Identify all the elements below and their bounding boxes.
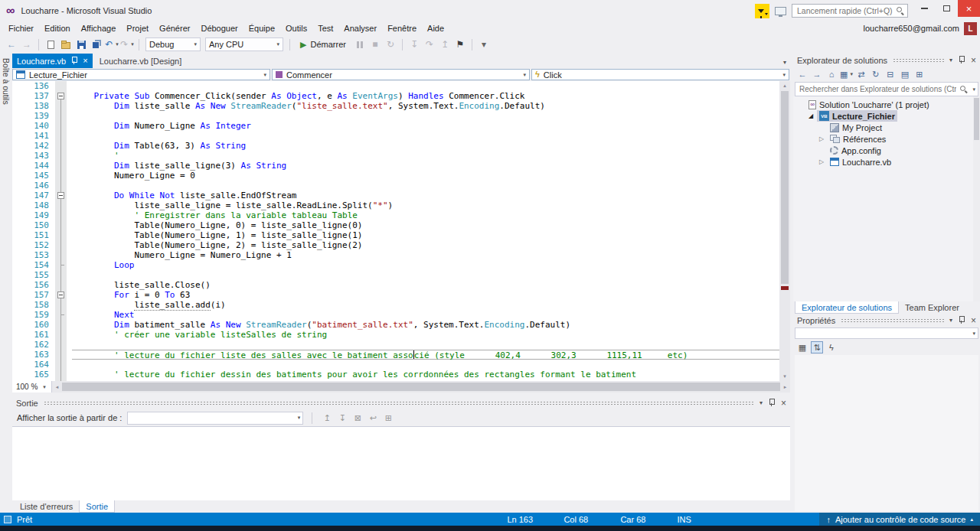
code-line-155[interactable] <box>72 270 779 280</box>
properties-object-dropdown[interactable]: ▾ <box>795 327 978 339</box>
code-line-147[interactable]: Do While Not liste_salle.EndOfStream <box>72 191 779 200</box>
close-icon[interactable]: × <box>971 316 976 325</box>
tab-loucharre-vb[interactable]: Loucharre.vb × <box>12 54 93 68</box>
menu-test[interactable]: Test <box>312 24 338 33</box>
debug-target-combo[interactable]: Debug▾ <box>145 37 201 51</box>
code-line-160[interactable]: Dim batiment_salle As New StreamReader("… <box>72 320 779 330</box>
code-line-152[interactable]: Table(Numero_Ligne, 2) = liste_salle_lig… <box>72 240 779 250</box>
forward-icon[interactable]: → <box>811 70 823 79</box>
tab-liste-derreurs[interactable]: Liste d'erreurs <box>14 500 79 513</box>
window-position-icon[interactable]: ▾ <box>949 317 952 324</box>
code-line-138[interactable]: Dim liste_salle As New StreamReader("lis… <box>72 101 779 111</box>
solution-search-input[interactable] <box>798 84 958 94</box>
dock-icon[interactable]: ⊞ <box>382 413 394 423</box>
fold-collapse-button[interactable] <box>57 192 64 199</box>
expander-icon[interactable]: ▷ <box>818 135 825 142</box>
code-line-140[interactable]: Dim Numero_Ligne As Integer <box>72 121 779 131</box>
stop-icon[interactable]: ■ <box>368 37 382 51</box>
properties-icon[interactable]: ⊞ <box>913 70 926 80</box>
word-wrap-icon[interactable]: ↩ <box>367 413 379 423</box>
close-icon[interactable]: × <box>83 57 87 65</box>
code-line-136[interactable] <box>72 81 779 91</box>
window-position-icon[interactable]: ▾ <box>949 57 952 64</box>
code-line-156[interactable]: liste_salle.Close() <box>72 280 779 290</box>
alphabetical-icon[interactable]: ⇅ <box>811 341 823 353</box>
tree-scrollbar[interactable] <box>973 96 980 301</box>
drag-grip[interactable] <box>893 58 944 62</box>
new-file-icon[interactable] <box>44 37 57 51</box>
step-into-icon[interactable]: ↧ <box>407 37 421 51</box>
undo-icon[interactable]: ↶▾ <box>105 37 119 51</box>
menu-aide[interactable]: Aide <box>422 24 449 33</box>
account-email[interactable]: loucharre650@gmail.com <box>863 24 959 33</box>
code-line-154[interactable]: Loop <box>72 260 779 270</box>
tab-explorateur-de-solutions[interactable]: Explorateur de solutions <box>795 301 899 314</box>
code-line-148[interactable]: liste_salle_ligne = liste_salle.ReadLine… <box>72 200 779 210</box>
close-icon[interactable]: × <box>781 399 786 408</box>
code-line-141[interactable] <box>72 131 779 141</box>
filter-icon[interactable] <box>755 4 769 18</box>
home-icon[interactable]: ⌂ <box>825 70 838 79</box>
scroll-down-icon[interactable]: ▾ <box>779 372 790 381</box>
break-all-icon[interactable] <box>353 37 367 51</box>
code-line-142[interactable]: Dim Table(63, 3) As String <box>72 141 779 151</box>
switch-views-icon[interactable]: ▦▾ <box>840 70 853 80</box>
menu-equipe[interactable]: Équipe <box>243 24 280 33</box>
add-to-source-control-button[interactable]: ↑ Ajouter au contrôle de code source ▴ <box>819 513 980 526</box>
tree-item-solution-loucharre-1-projet[interactable]: Solution 'Loucharre' (1 projet) <box>793 99 972 110</box>
outlining-margin[interactable] <box>55 81 67 381</box>
scrollbar-thumb[interactable] <box>974 98 979 140</box>
start-button[interactable]: ▶Démarrer <box>295 37 351 52</box>
code-line-143[interactable]: ' <box>72 151 779 161</box>
minimize-button[interactable] <box>913 0 936 17</box>
window-position-icon[interactable]: ▾ <box>760 399 763 406</box>
scrollbar-thumb[interactable] <box>781 91 789 284</box>
feedback-monitor-icon[interactable] <box>775 7 786 15</box>
scroll-left-icon[interactable]: ◂ <box>52 381 62 393</box>
code-line-146[interactable] <box>72 181 779 191</box>
toolbox-tab[interactable]: Boîte à outils <box>2 58 11 105</box>
code-line-151[interactable]: Table(Numero_Ligne, 1) = liste_salle_lig… <box>72 230 779 240</box>
maximize-button[interactable] <box>936 0 958 17</box>
drag-grip[interactable] <box>841 318 944 322</box>
menu-affichage[interactable]: Affichage <box>76 24 122 33</box>
code-line-159[interactable]: Next <box>72 310 779 320</box>
expander-icon[interactable]: ◢ <box>807 112 815 119</box>
refresh-icon[interactable]: ↻ <box>870 70 882 80</box>
search-icon[interactable] <box>960 86 968 93</box>
redo-icon[interactable]: ↷▾ <box>120 37 134 51</box>
collapse-all-icon[interactable]: ⊟ <box>884 70 897 80</box>
tree-item-my-project[interactable]: My Project <box>793 122 972 133</box>
menu-fichier[interactable]: Fichier <box>3 24 39 33</box>
code-line-165[interactable]: ' lecture du fichier dessin des batiment… <box>72 370 779 380</box>
code-line-137[interactable]: Private Sub Commencer_Click(sender As Ob… <box>72 91 779 101</box>
code-line-153[interactable]: Numero_Ligne = Numero_Ligne + 1 <box>72 250 779 260</box>
tab-loucharre-vb-design[interactable]: Loucharre.vb [Design] <box>93 54 189 68</box>
code-line-149[interactable]: ' Enregistrer dans la variable tableau T… <box>72 210 779 220</box>
show-all-files-icon[interactable]: ▤ <box>899 70 911 80</box>
toolbar-options-chevron-icon[interactable]: ▾ <box>477 37 491 51</box>
zoom-dropdown[interactable]: 100 % ▾ <box>12 381 52 393</box>
search-icon[interactable] <box>897 7 904 15</box>
fold-collapse-button[interactable] <box>57 93 64 99</box>
pin-icon[interactable] <box>70 57 78 65</box>
close-button[interactable]: × <box>958 0 980 17</box>
close-icon[interactable]: × <box>971 56 976 65</box>
scrollbar-thumb[interactable] <box>62 383 780 391</box>
pin-icon[interactable] <box>768 399 776 407</box>
tab-team-explorer[interactable]: Team Explorer <box>899 301 965 314</box>
code-line-157[interactable]: For i = 0 To 63 <box>72 290 779 300</box>
code-line-158[interactable]: liste_salle.add(i) <box>72 300 779 310</box>
fold-collapse-button[interactable] <box>57 292 64 298</box>
code-line-139[interactable] <box>72 111 779 121</box>
code-line-145[interactable]: Numero_Ligne = 0 <box>72 171 779 181</box>
events-dropdown[interactable]: ϟ Click ▾ <box>531 69 789 80</box>
menu-fenetre[interactable]: Fenêtre <box>382 24 422 33</box>
save-icon[interactable] <box>74 37 88 51</box>
categorized-icon[interactable]: ▦ <box>796 341 808 353</box>
output-source-dropdown[interactable]: ▾ <box>127 412 303 425</box>
menu-outils[interactable]: Outils <box>280 24 312 33</box>
output-content[interactable] <box>12 426 790 500</box>
expander-icon[interactable]: ▷ <box>818 158 825 165</box>
menu-deboguer[interactable]: Déboguer <box>195 24 243 33</box>
